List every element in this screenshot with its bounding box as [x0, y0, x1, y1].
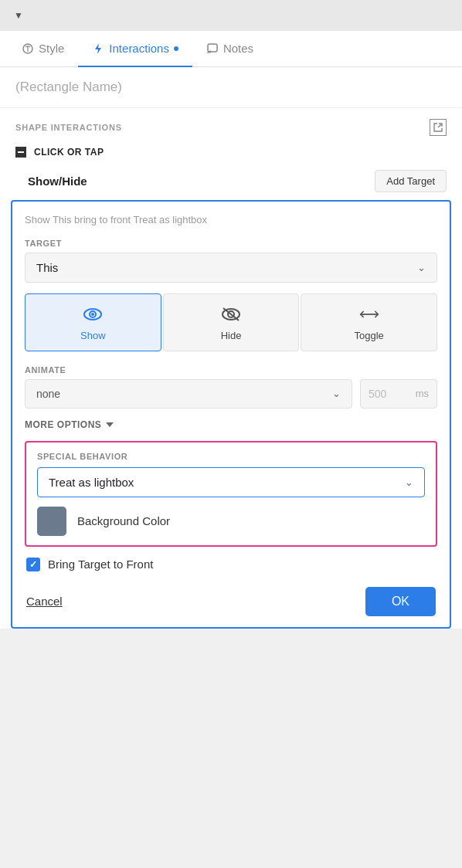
action-row: Cancel OK: [25, 587, 437, 616]
collapse-icon[interactable]: [15, 147, 26, 158]
animate-chevron-icon: ⌄: [332, 388, 341, 399]
animate-section: ANIMATE none ⌄ 500 ms: [25, 365, 437, 409]
rectangle-name: (Rectangle Name): [0, 67, 462, 108]
click-tap-label: CLICK OR TAP: [34, 147, 104, 158]
target-dropdown[interactable]: This ⌄: [25, 253, 437, 283]
top-bar: ▼: [0, 0, 462, 31]
shape-interactions-header: SHAPE INTERACTIONS: [0, 108, 462, 144]
dropdown-arrow-icon[interactable]: ▼: [9, 6, 28, 25]
show-icon: [82, 303, 104, 325]
tab-style-label: Style: [39, 42, 64, 55]
style-icon: [22, 42, 34, 55]
external-link-icon[interactable]: [430, 119, 447, 136]
svg-rect-2: [208, 44, 217, 52]
animate-inputs: none ⌄ 500 ms: [25, 379, 437, 409]
ms-input-field[interactable]: 500 ms: [360, 379, 437, 409]
cancel-button[interactable]: Cancel: [26, 595, 63, 608]
bring-front-label: Bring Target to Front: [48, 558, 153, 571]
bg-color-swatch[interactable]: [37, 507, 66, 536]
target-value: This: [36, 261, 58, 274]
target-section: TARGET This ⌄: [25, 239, 437, 283]
target-chevron-icon: ⌄: [417, 262, 426, 273]
ok-button[interactable]: OK: [365, 587, 436, 616]
tab-active-dot: [174, 46, 178, 51]
more-options-label: MORE OPTIONS: [25, 419, 101, 430]
toggle-icon: [358, 303, 380, 325]
tab-notes[interactable]: Notes: [192, 31, 267, 67]
notes-icon: [206, 42, 219, 55]
interaction-description: Show This bring to front Treat as lightb…: [25, 212, 437, 228]
svg-line-3: [438, 124, 442, 127]
more-options-chevron-icon: [106, 422, 114, 427]
ms-value: 500: [369, 388, 386, 400]
bg-color-label: Background Color: [77, 514, 170, 527]
show-label: Show: [80, 330, 106, 341]
interactions-icon: [92, 42, 104, 55]
svg-point-6: [91, 313, 94, 316]
bg-color-row: Background Color: [37, 507, 425, 536]
hide-label: Hide: [221, 330, 242, 341]
bring-front-checkbox[interactable]: [26, 558, 40, 571]
more-options-row[interactable]: MORE OPTIONS: [25, 419, 437, 430]
open-external-icon: [433, 122, 443, 133]
special-behavior-dropdown[interactable]: Treat as lightbox ⌄: [37, 467, 425, 497]
click-tap-row: CLICK OR TAP: [0, 144, 462, 165]
show-button[interactable]: Show: [25, 293, 161, 351]
hide-icon: [220, 303, 242, 325]
ms-unit: ms: [416, 388, 429, 399]
tab-notes-label: Notes: [223, 42, 253, 55]
tab-interactions[interactable]: Interactions: [78, 31, 192, 67]
tab-style[interactable]: Style: [8, 31, 78, 67]
svg-marker-1: [95, 43, 101, 54]
interaction-panel: Show This bring to front Treat as lightb…: [11, 200, 451, 629]
show-hide-label: Show/Hide: [28, 175, 87, 188]
hide-button[interactable]: Hide: [163, 293, 300, 351]
special-chevron-icon: ⌄: [405, 476, 413, 488]
animate-dropdown[interactable]: none ⌄: [25, 379, 352, 409]
add-target-button[interactable]: Add Target: [375, 170, 447, 192]
toggle-label: Toggle: [355, 330, 384, 341]
bring-front-row: Bring Target to Front: [25, 558, 437, 571]
show-hide-row: Show/Hide Add Target: [0, 165, 462, 200]
special-behavior-value: Treat as lightbox: [49, 476, 134, 489]
animate-label: ANIMATE: [25, 365, 437, 375]
special-behavior-label: SPECIAL BEHAVIOR: [37, 452, 425, 461]
main-panel: ▼ Style Interactions Notes: [0, 0, 462, 629]
tabs-container: Style Interactions Notes: [0, 31, 462, 67]
toggle-button[interactable]: Toggle: [301, 293, 437, 351]
special-behavior-box: SPECIAL BEHAVIOR Treat as lightbox ⌄ Bac…: [25, 441, 437, 547]
tab-interactions-label: Interactions: [109, 42, 169, 55]
animate-value: none: [36, 388, 60, 400]
action-buttons-group: Show Hide Toggle: [25, 293, 437, 351]
shape-interactions-label: SHAPE INTERACTIONS: [15, 123, 122, 132]
target-label: TARGET: [25, 239, 437, 248]
